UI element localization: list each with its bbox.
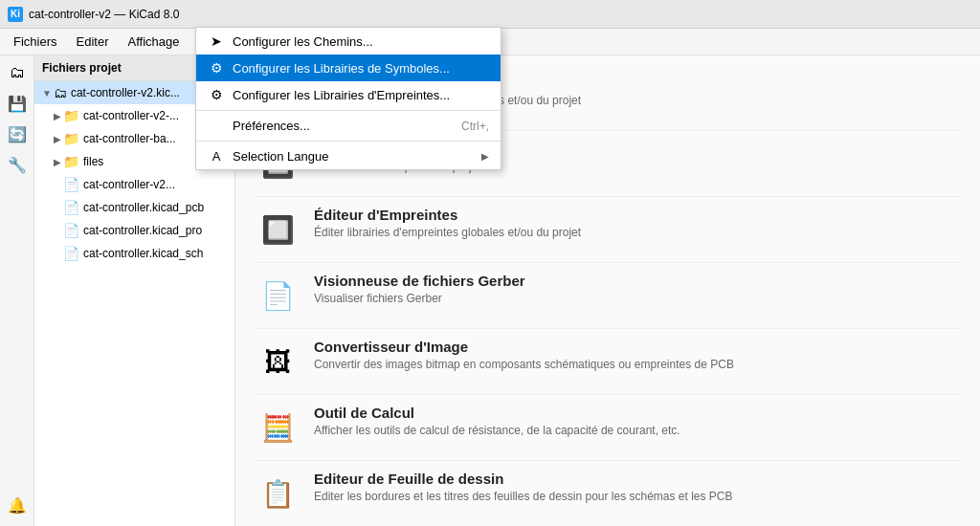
configure-footprint-libs-icon: ⚙	[208, 87, 225, 102]
app-icon: Ki	[8, 7, 23, 22]
content-item-footprint-editor[interactable]: 🔲 Éditeur d'Empreintes Éditer librairies…	[255, 197, 961, 263]
menu-fichiers[interactable]: Fichiers	[4, 31, 67, 53]
footprint-editor-icon: 🔲	[255, 207, 301, 252]
dropdown-item-configure-footprint-libs[interactable]: ⚙ Configurer les Librairies d'Empreintes…	[196, 81, 501, 108]
preferences-dropdown-menu: ➤ Configurer les Chemins... ⚙ Configurer…	[195, 27, 501, 170]
tree-item-4[interactable]: ▶ 📄 cat-controller-v2...	[34, 173, 234, 196]
image-converter-icon: 🖼	[255, 339, 301, 384]
drawing-sheet-editor-title: Editeur de Feuille de dessin	[314, 471, 961, 487]
configure-symbol-libs-icon: ⚙	[208, 60, 225, 76]
configure-symbol-libs-label: Configurer les Librairies de Symboles...	[233, 61, 450, 76]
dropdown-item-language[interactable]: A Selection Langue ▶	[196, 143, 501, 169]
menu-editer[interactable]: Editer	[67, 31, 119, 53]
preferences-shortcut: Ctrl+,	[461, 120, 489, 133]
toolbar-btn-refresh[interactable]: 🔄	[4, 121, 31, 147]
configure-paths-icon: ➤	[208, 33, 225, 49]
dropdown-item-configure-paths[interactable]: ➤ Configurer les Chemins...	[196, 28, 501, 55]
configure-paths-label: Configurer les Chemins...	[233, 34, 373, 49]
content-item-drawing-sheet-editor[interactable]: 📋 Editeur de Feuille de dessin Editer le…	[255, 461, 961, 526]
content-item-calc-tool[interactable]: 🧮 Outil de Calcul Afficher les outils de…	[255, 395, 961, 461]
language-icon: A	[208, 149, 225, 164]
toolbar-btn-folder[interactable]: 🗂	[4, 59, 31, 86]
tree-item-7[interactable]: ▶ 📄 cat-controller.kicad_sch	[34, 242, 234, 265]
title-text: cat-controller-v2 — KiCad 8.0	[29, 8, 179, 21]
gerber-viewer-desc: Visualiser fichiers Gerber	[314, 292, 961, 305]
drawing-sheet-editor-icon: 📋	[255, 471, 301, 516]
drawing-sheet-editor-desc: Editer les bordures et les titres des fe…	[314, 490, 961, 503]
calc-tool-title: Outil de Calcul	[314, 405, 961, 421]
preferences-label: Préférences...	[233, 119, 310, 133]
footprint-editor-title: Éditeur d'Empreintes	[314, 207, 961, 223]
toolbar-btn-settings[interactable]: 🔧	[4, 151, 31, 178]
dropdown-item-configure-symbol-libs[interactable]: ⚙ Configurer les Librairies de Symboles.…	[196, 55, 501, 81]
toolbar-btn-alert[interactable]: 🔔	[4, 492, 31, 518]
footprint-editor-desc: Éditer librairies d'empreintes globales …	[314, 226, 961, 239]
gerber-viewer-title: Visionneuse de fichiers Gerber	[314, 273, 961, 289]
language-submenu-arrow: ▶	[481, 151, 489, 162]
menu-affichage[interactable]: Affichage	[118, 31, 189, 53]
image-converter-desc: Convertir des images bitmap en composant…	[314, 358, 961, 371]
tree-item-6[interactable]: ▶ 📄 cat-controller.kicad_pro	[34, 219, 234, 242]
language-label: Selection Langue	[233, 149, 328, 164]
configure-footprint-libs-label: Configurer les Librairies d'Empreintes..…	[233, 88, 450, 102]
dropdown-separator-2	[196, 141, 501, 142]
toolbar-btn-save[interactable]: 💾	[4, 90, 31, 117]
image-converter-title: Convertisseur d'Image	[314, 339, 961, 355]
content-item-gerber-viewer[interactable]: 📄 Visionneuse de fichiers Gerber Visuali…	[255, 263, 961, 329]
calc-tool-desc: Afficher les outils de calcul de résista…	[314, 424, 961, 437]
tree-item-5[interactable]: ▶ 📄 cat-controller.kicad_pcb	[34, 196, 234, 219]
dropdown-separator-1	[196, 110, 501, 111]
content-item-image-converter[interactable]: 🖼 Convertisseur d'Image Convertir des im…	[255, 329, 961, 395]
title-bar: Ki cat-controller-v2 — KiCad 8.0	[0, 0, 980, 29]
left-toolbar: 🗂 💾 🔄 🔧 🔔	[0, 55, 34, 526]
calc-tool-icon: 🧮	[255, 405, 301, 450]
gerber-viewer-icon: 📄	[255, 273, 301, 318]
dropdown-item-preferences[interactable]: Préférences... Ctrl+,	[196, 113, 501, 139]
